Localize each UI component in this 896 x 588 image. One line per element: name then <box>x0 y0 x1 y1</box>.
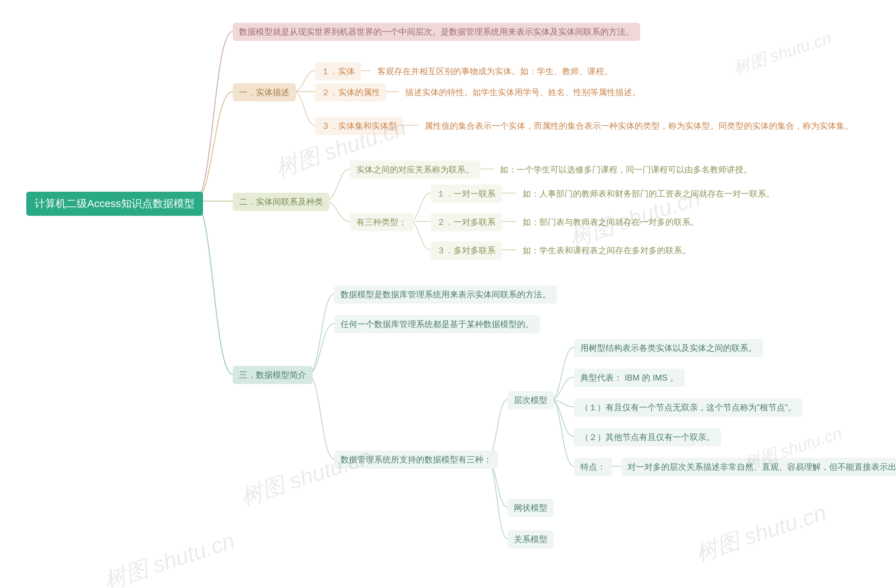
b2-t3-text: 如：学生表和课程表之间存在多对多的联系。 <box>516 242 697 260</box>
b3-s3-label[interactable]: 数据管理系统所支持的数据模型有三种： <box>334 451 498 469</box>
b2-t3-label[interactable]: ３．多对多联系 <box>431 242 502 260</box>
b3-m1-d2: 典型代表： IBM 的 IMS 。 <box>574 369 684 387</box>
b3-m1-d3: （１）有且仅有一个节点无双亲，这个节点称为"根节点"。 <box>574 398 803 416</box>
b3-s1[interactable]: 数据模型是数据库管理系统用来表示实体间联系的方法。 <box>334 286 557 304</box>
branch-intro[interactable]: 数据模型就是从现实世界到机器世界的一个中间层次。是数据管理系统用来表示实体及实体… <box>233 23 640 41</box>
b2-t1-label[interactable]: １．一对一联系 <box>431 185 502 203</box>
b1-i1-text: 客观存在并相互区别的事物成为实体。如：学生、教师、课程。 <box>371 62 619 81</box>
b2-t2-text: 如：部门表与教师表之间就存在一对多的联系。 <box>516 213 705 231</box>
b3-s2[interactable]: 任何一个数据库管理系统都是基于某种数据模型的。 <box>334 315 540 333</box>
watermark: 树图 shutu.cn <box>692 497 830 568</box>
root-node[interactable]: 计算机二级Access知识点数据模型 <box>26 192 203 216</box>
b2-p1-text: 如：一个学生可以选修多门课程，同一门课程可以由多名教师讲授。 <box>494 161 758 179</box>
b3-m1-d1: 用树型结构表示各类实体以及实体之间的联系。 <box>574 339 763 357</box>
b2-t1-text: 如：人事部门的教师表和财务部门的工资表之间就存在一对一联系。 <box>516 185 781 203</box>
b1-i2-label[interactable]: ２．实体的属性 <box>315 83 386 102</box>
b3-m1-d5-text: 对一对多的层次关系描述非常自然、直观、容易理解，但不能直接表示出多对多的联系。 <box>621 458 896 476</box>
branch-entity-relation[interactable]: 二．实体间联系及种类 <box>233 193 329 211</box>
watermark: 树图 shutu.cn <box>100 526 239 588</box>
b1-i3-text: 属性值的集合表示一个实体，而属性的集合表示一种实体的类型，称为实体型。同类型的实… <box>418 117 859 135</box>
b2-t2-label[interactable]: ２．一对多联系 <box>431 213 502 231</box>
b2-p1-label[interactable]: 实体之间的对应关系称为联系。 <box>350 161 480 179</box>
b1-i3-label[interactable]: ３．实体集和实体型 <box>315 117 403 135</box>
b3-m1-d4: （２）其他节点有且仅有一个双亲。 <box>574 428 721 446</box>
b1-i1-label[interactable]: １．实体 <box>315 62 361 81</box>
b3-m1-label[interactable]: 层次模型 <box>507 391 554 409</box>
watermark: 树图 shutu.cn <box>730 27 834 80</box>
b3-m3[interactable]: 关系模型 <box>507 530 554 548</box>
b1-i2-text: 描述实体的特性。如学生实体用学号、姓名、性别等属性描述。 <box>399 83 647 102</box>
b2-p2-label[interactable]: 有三种类型： <box>350 213 413 231</box>
branch-data-model[interactable]: 三．数据模型简介 <box>233 366 312 384</box>
b3-m2[interactable]: 网状模型 <box>507 499 554 517</box>
branch-entity-desc[interactable]: 一．实体描述 <box>233 83 296 102</box>
b3-m1-d5-label[interactable]: 特点： <box>574 458 612 476</box>
